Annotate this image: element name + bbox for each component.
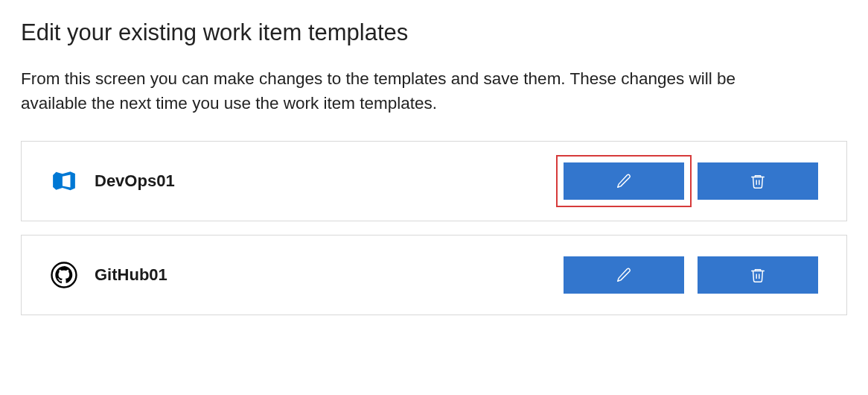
azure-devops-icon [50,167,78,195]
github-icon [50,261,78,289]
template-row: DevOps01 [21,141,847,221]
delete-button[interactable] [698,162,818,200]
template-name: DevOps01 [95,171,175,191]
templates-list: DevOps01 [21,141,847,315]
template-row: GitHub01 [21,235,847,315]
edit-button[interactable] [564,256,684,294]
page-title: Edit your existing work item templates [21,19,847,46]
template-left: DevOps01 [50,167,175,195]
page-description: From this screen you can make changes to… [21,67,773,116]
edit-button[interactable] [564,162,684,200]
template-actions [564,162,818,200]
delete-button[interactable] [698,256,818,294]
template-name: GitHub01 [95,265,167,285]
template-actions [564,256,818,294]
template-left: GitHub01 [50,261,167,289]
